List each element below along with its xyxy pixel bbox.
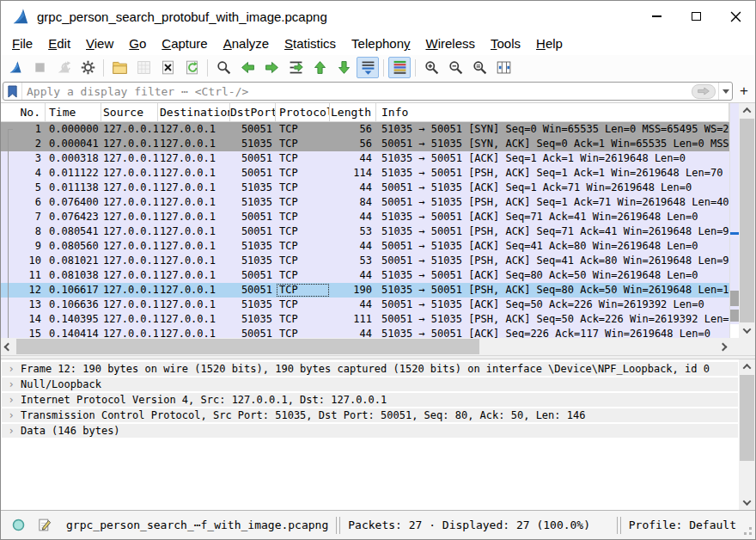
packet-row-7[interactable]: 70.076423127.0.0.1127.0.0.150051TCP44510…	[1, 210, 729, 224]
zoom-out-button[interactable]	[444, 57, 466, 78]
menu-help[interactable]: Help	[528, 34, 570, 53]
maximize-button[interactable]	[676, 3, 716, 29]
find-packet-button[interactable]	[212, 57, 235, 78]
capture-comment-button[interactable]	[34, 515, 54, 536]
expander-chevron-icon[interactable]: ›	[2, 425, 21, 437]
packet-row-10[interactable]: 100.081021127.0.0.1127.0.0.151035TCP5350…	[1, 254, 729, 268]
auto-scroll-button[interactable]	[357, 57, 379, 78]
cell: 190	[330, 283, 376, 298]
normal-size-button[interactable]	[468, 57, 491, 78]
cell: TCP	[276, 283, 330, 298]
expander-chevron-icon[interactable]: ›	[2, 378, 21, 390]
column-header-destination[interactable]: Destination	[158, 103, 230, 121]
vscrollbar-thumb[interactable]	[740, 119, 754, 322]
resize-grip[interactable]	[740, 523, 752, 535]
minimize-button[interactable]	[637, 3, 676, 29]
cell: 50051 → 51035 [SYN, ACK] Seq=0 Ack=1 Win…	[376, 137, 729, 151]
menu-statistics[interactable]: Statistics	[277, 34, 344, 53]
column-header-no[interactable]: No.	[1, 103, 46, 121]
main-toolbar	[1, 55, 755, 80]
cell: 44	[330, 181, 376, 195]
filter-history-dropdown[interactable]	[718, 83, 732, 100]
details-scroll-down-button[interactable]	[739, 495, 755, 510]
expander-chevron-icon[interactable]: ›	[2, 394, 21, 406]
details-vscrollbar[interactable]	[739, 359, 755, 510]
detail-row-1[interactable]: ›Null/Loopback	[2, 377, 738, 391]
packet-row-15[interactable]: 150.140414127.0.0.1127.0.0.150051TCP4451…	[1, 327, 729, 338]
reload-file-button[interactable]	[180, 57, 203, 78]
packet-row-5[interactable]: 50.011138127.0.0.1127.0.0.151035TCP44500…	[1, 181, 729, 195]
add-filter-button-button[interactable]: +	[736, 83, 752, 100]
column-header-length[interactable]: Length	[330, 103, 376, 121]
cell: 0.140395	[46, 312, 101, 327]
expander-chevron-icon[interactable]: ›	[2, 409, 21, 421]
detail-row-3[interactable]: ›Transmission Control Protocol, Src Port…	[2, 408, 738, 422]
column-header-dstport[interactable]: DstPort	[230, 103, 276, 121]
detail-row-4[interactable]: ›Data (146 bytes)	[2, 424, 738, 438]
close-button[interactable]	[716, 3, 755, 29]
previous-packet-button[interactable]	[236, 57, 259, 78]
menu-edit[interactable]: Edit	[40, 34, 78, 53]
display-filter-input[interactable]: Apply a display filter ⋯ <Ctrl-/>	[3, 82, 733, 101]
menu-telephony[interactable]: Telephony	[344, 34, 418, 53]
scroll-down-button[interactable]	[739, 323, 755, 338]
details-scrollbar-thumb[interactable]	[740, 375, 754, 461]
close-icon	[730, 11, 741, 22]
open-file-button[interactable]	[108, 57, 131, 78]
next-packet-button[interactable]	[260, 57, 283, 78]
expert-info-button[interactable]	[8, 515, 28, 536]
last-packet-button[interactable]	[332, 57, 355, 78]
minimize-icon	[652, 15, 662, 17]
zoom-in-button[interactable]	[420, 57, 442, 78]
menu-analyze[interactable]: Analyze	[216, 34, 277, 53]
menu-view[interactable]: View	[78, 34, 121, 53]
detail-row-2[interactable]: ›Internet Protocol Version 4, Src: 127.0…	[2, 393, 738, 407]
bookmark-icon	[7, 85, 18, 98]
menu-wireless[interactable]: Wireless	[418, 34, 484, 53]
cell: 51035 → 50051 [ACK] Seq=226 Ack=117 Win=…	[376, 327, 729, 338]
packet-row-2[interactable]: 20.000041127.0.0.1127.0.0.151035TCP56500…	[1, 137, 729, 151]
scroll-left-button[interactable]	[1, 344, 15, 350]
menu-go[interactable]: Go	[121, 34, 154, 53]
packet-details-tree: ›Frame 12: 190 bytes on wire (1520 bits)…	[1, 359, 739, 510]
packet-row-11[interactable]: 110.081038127.0.0.1127.0.0.150051TCP4451…	[1, 268, 729, 283]
resize-columns-button[interactable]	[492, 57, 515, 78]
cell: 51035 → 50051 [PSH, ACK] Seq=1 Ack=1 Win…	[376, 166, 729, 181]
packet-list-hscrollbar[interactable]	[1, 338, 755, 355]
packet-row-4[interactable]: 40.011122127.0.0.1127.0.0.150051TCP11451…	[1, 166, 729, 181]
hscrollbar-thumb[interactable]	[16, 339, 479, 354]
scroll-up-button[interactable]	[739, 103, 755, 118]
scroll-right-button[interactable]	[716, 344, 730, 350]
packet-row-1[interactable]: 10.000000127.0.0.1127.0.0.150051TCP56510…	[1, 122, 729, 137]
first-packet-button[interactable]	[308, 57, 331, 78]
go-to-packet-button[interactable]	[284, 57, 307, 78]
packet-row-9[interactable]: 90.080560127.0.0.1127.0.0.151035TCP44500…	[1, 239, 729, 254]
column-header-info[interactable]: Info	[376, 103, 729, 121]
packet-list-vscrollbar[interactable]	[739, 103, 755, 338]
packet-row-6[interactable]: 60.076400127.0.0.1127.0.0.151035TCP84500…	[1, 195, 729, 210]
column-header-time[interactable]: Time	[46, 103, 101, 121]
colorize-button[interactable]	[388, 57, 411, 78]
menu-file[interactable]: File	[4, 34, 40, 53]
packet-row-8[interactable]: 80.080541127.0.0.1127.0.0.150051TCP53510…	[1, 224, 729, 239]
capture-options-button[interactable]	[76, 57, 99, 78]
filter-bookmark-button[interactable]	[3, 83, 22, 100]
packet-row-12[interactable]: 120.106617127.0.0.1127.0.0.150051TCP1905…	[1, 283, 729, 298]
expander-chevron-icon[interactable]: ›	[2, 363, 21, 375]
detail-row-0[interactable]: ›Frame 12: 190 bytes on wire (1520 bits)…	[2, 362, 738, 376]
column-header-source[interactable]: Source	[101, 103, 158, 121]
start-capture-button[interactable]	[4, 57, 27, 78]
packet-row-14[interactable]: 140.140395127.0.0.1127.0.0.151035TCP1115…	[1, 312, 729, 327]
close-file-button[interactable]	[156, 57, 179, 78]
status-filename[interactable]: grpc_person_search_⋯f_with_image.pcapng	[66, 519, 328, 531]
packet-row-3[interactable]: 30.000318127.0.0.1127.0.0.150051TCP44510…	[1, 151, 729, 166]
details-scroll-up-button[interactable]	[739, 359, 755, 374]
status-profile[interactable]: Profile: Default	[629, 519, 736, 531]
cell: 51035	[230, 312, 276, 327]
cell: TCP	[276, 239, 330, 254]
column-header-protocol[interactable]: Protocol	[276, 103, 330, 121]
apply-filter-button[interactable]	[692, 84, 716, 99]
menu-capture[interactable]: Capture	[154, 34, 215, 53]
menu-tools[interactable]: Tools	[483, 34, 528, 53]
packet-row-13[interactable]: 130.106636127.0.0.1127.0.0.151035TCP4450…	[1, 298, 729, 312]
